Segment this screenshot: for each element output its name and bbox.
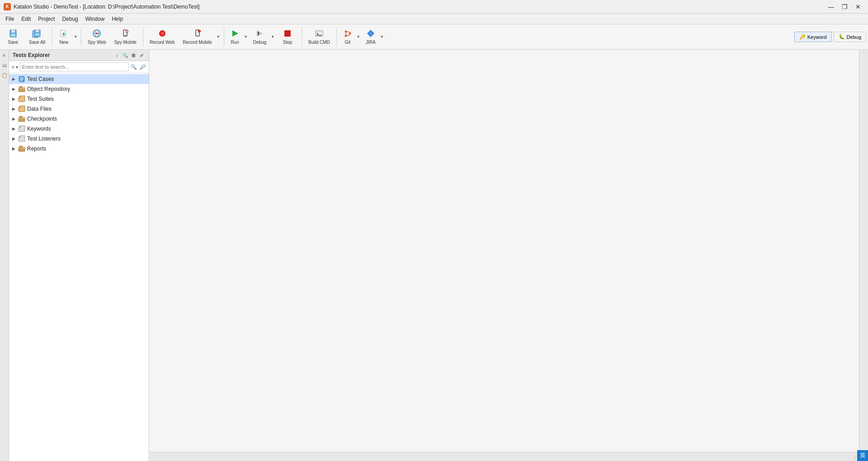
record-mobile-button[interactable]: Record Mobile [179,26,215,48]
record-web-label: Record Web [150,40,175,45]
search-button-2[interactable]: 🔎 [139,63,147,71]
explorer-icon-grid[interactable]: ⊞ [130,52,137,59]
svg-point-15 [96,33,98,34]
tree-item-reports[interactable]: ▶ Reports [9,144,149,154]
git-arrow[interactable]: ▼ [356,26,361,48]
svg-rect-2 [11,34,15,37]
menu-project[interactable]: Project [34,15,58,23]
debug-toolbar-button[interactable]: Debug [250,26,270,48]
tree-item-object-repository[interactable]: ▶ Object Repository [9,84,149,94]
minimize-button[interactable]: — [825,2,837,11]
spy-mobile-label: Spy Mobile [114,40,136,45]
sep-6 [336,28,337,46]
window-title: Katalon Studio - DemoTest - [Location: D… [14,4,199,10]
save-icon [9,29,18,39]
debug-tab-button[interactable]: 🐛 Debug [834,32,866,42]
label-reports: Reports [27,146,46,152]
new-button-group: New ▼ [55,26,78,48]
menu-debug[interactable]: Debug [58,15,81,23]
chevron-test-suites: ▶ [11,96,16,102]
chevron-test-listeners: ▶ [11,136,16,141]
sep-5 [302,28,302,46]
record-web-icon [158,29,167,39]
cjk-corner-button[interactable]: 英 [857,450,868,461]
search-bar: ≡ ▾ 🔍 🔎 [9,61,149,73]
svg-rect-47 [19,116,22,118]
stop-button[interactable]: Stop [276,26,299,48]
svg-marker-26 [232,30,238,37]
chevron-checkpoints: ▶ [11,116,16,122]
tree-item-test-suites[interactable]: ▶ Test Suites [9,94,149,104]
record-mobile-arrow[interactable]: ▼ [216,26,221,48]
label-object-repository: Object Repository [27,86,70,92]
side-icon-1[interactable]: ≡ [1,52,8,59]
spy-web-button[interactable]: Spy Web [84,26,109,48]
svg-point-22 [160,32,164,35]
side-icon-2[interactable]: 🗂 [1,61,8,69]
record-mobile-icon [193,29,202,39]
record-mobile-group: Record Mobile ▼ [179,26,221,48]
save-button[interactable]: Save [2,26,24,48]
search-input[interactable] [20,62,129,71]
icon-keywords [18,125,25,132]
svg-point-32 [344,31,347,33]
icon-reports [18,145,25,152]
search-toggle[interactable]: ≡ ▾ [11,64,19,70]
explorer-panel: Tests Explorer ↕ 🔍 ⊞ ⤢ ≡ ▾ 🔍 🔎 ▶ [9,50,149,461]
debug-toolbar-label: Debug [253,40,266,45]
menu-file[interactable]: File [2,15,18,23]
debug-toolbar-icon [255,29,264,39]
svg-rect-8 [35,33,39,36]
explorer-icon-collapse[interactable]: ↕ [113,52,121,59]
run-arrow[interactable]: ▼ [243,26,249,48]
menu-help[interactable]: Help [108,15,127,23]
label-test-listeners: Test Listeners [27,136,61,142]
new-arrow[interactable]: ▼ [73,26,78,48]
explorer-icon-expand[interactable]: ⤢ [138,52,145,59]
svg-rect-17 [124,35,126,36]
debug-arrow[interactable]: ▼ [270,26,275,48]
stop-icon [283,29,292,39]
icon-test-suites [18,95,25,103]
build-cmd-button[interactable]: Build CMD [305,26,334,48]
explorer-header-icons: ↕ 🔍 ⊞ ⤢ [113,52,145,59]
left-side-icons: ≡ 🗂 📋 [0,50,9,461]
svg-marker-27 [257,30,263,37]
explorer-icon-search[interactable]: 🔍 [122,52,129,59]
explorer-title: Tests Explorer [13,52,50,58]
maximize-button[interactable]: ❐ [838,2,851,11]
tree-item-keywords[interactable]: ▶ Keywords [9,124,149,134]
spy-mobile-icon [121,29,130,39]
chevron-keywords: ▶ [11,126,16,132]
keyword-tab-button[interactable]: 🔑 Keyword [794,32,832,42]
new-button[interactable]: New [55,26,73,48]
save-all-label: Save All [29,40,45,45]
spy-web-icon [92,29,101,39]
tree-item-test-listeners[interactable]: ▶ Test Listeners [9,134,149,144]
record-web-button[interactable]: Record Web [146,26,178,48]
menu-edit[interactable]: Edit [18,15,34,23]
menu-window[interactable]: Window [82,15,108,23]
title-bar: K Katalon Studio - DemoTest - [Location:… [0,0,868,14]
jira-arrow[interactable]: ▼ [379,26,385,48]
tree-item-checkpoints[interactable]: ▶ Checkpoints [9,114,149,124]
close-button[interactable]: ✕ [852,2,864,11]
git-button[interactable]: Git [340,26,356,48]
keyword-tab-label: Keyword [807,34,827,40]
right-panel [859,50,868,461]
toolbar-right: 🔑 Keyword 🐛 Debug [794,32,866,42]
label-checkpoints: Checkpoints [27,116,57,122]
jira-button[interactable]: JIRA [362,26,379,48]
svg-rect-44 [19,86,22,88]
search-button-1[interactable]: 🔍 [130,63,138,71]
save-all-button[interactable]: Save All [25,26,49,48]
spy-mobile-button[interactable]: Spy Mobile [110,26,140,48]
run-button[interactable]: Run [227,26,243,48]
svg-point-33 [344,35,347,37]
keyword-icon: 🔑 [799,34,806,40]
side-icon-3[interactable]: 📋 [1,71,8,79]
tree-item-test-cases[interactable]: ▶ Test Cases [9,74,149,84]
svg-rect-50 [19,146,22,147]
tree-item-data-files[interactable]: ▶ Data Files [9,104,149,114]
svg-rect-29 [284,30,291,37]
